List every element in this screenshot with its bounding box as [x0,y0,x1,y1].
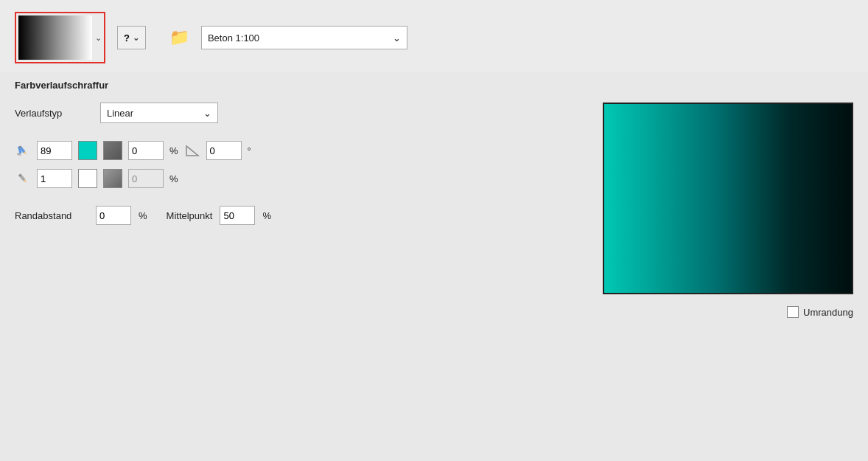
type-select[interactable]: Linear ⌄ [100,103,218,123]
stop2-opacity-input[interactable] [128,169,164,188]
stop2-opacity-unit: % [169,173,178,184]
stop1-opacity-unit: % [169,145,178,156]
stop1-position-input[interactable] [37,141,72,160]
stop-row-2: % [15,169,581,188]
mittelpunkt-label: Mittelpunkt [167,210,213,221]
question-button[interactable]: ? ⌄ [117,26,146,49]
stop2-color-swatch[interactable] [78,169,97,188]
gradient-display [603,103,853,294]
gradient-preview-wrapper[interactable]: ⌄ [15,12,105,63]
preview-chevron[interactable]: ⌄ [95,33,102,43]
stop2-position-input[interactable] [37,169,72,188]
svg-rect-3 [17,153,21,155]
umrandung-label: Umrandung [803,307,853,318]
preset-label: Beton 1:100 [208,32,259,44]
left-panel: Verlaufstyp Linear ⌄ [15,103,581,318]
angle-input[interactable] [206,141,242,160]
rand-label: Randabstand [15,210,88,221]
mittelpunkt-unit: % [262,210,271,221]
umrandung-checkbox[interactable] [787,306,799,318]
gradient-preview-box [18,15,92,60]
main-content: Farbverlaufschraffur Verlaufstyp Linear … [0,72,868,333]
question-mark-label: ? [124,32,130,44]
stop1-opacity-input[interactable] [128,141,164,160]
stop2-gray-swatch[interactable] [103,169,122,188]
preset-select[interactable]: Beton 1:100 ⌄ [201,26,407,49]
pencil-icon-2[interactable] [15,170,31,187]
section-body: Verlaufstyp Linear ⌄ [15,103,853,318]
stop1-color-swatch[interactable] [78,141,97,160]
rand-mittelpunkt-row: Randabstand % Mittelpunkt % [15,206,581,225]
rand-input[interactable] [96,206,131,225]
top-bar: ⌄ ? ⌄ 📁 Beton 1:100 ⌄ [0,0,868,72]
gradient-stops: % ° [15,141,581,188]
angle-unit: ° [248,145,251,156]
verlaufstyp-row: Verlaufstyp Linear ⌄ [15,103,581,123]
type-select-chevron: ⌄ [203,108,211,119]
rand-unit: % [139,210,147,221]
right-panel: Umrandung [603,103,853,318]
pencil-icon-1[interactable] [15,142,31,159]
folder-icon[interactable]: 📁 [169,28,189,47]
verlaufstyp-label: Verlaufstyp [15,108,88,119]
stop1-gray-swatch[interactable] [103,141,122,160]
type-select-value: Linear [107,108,133,119]
angle-icon [184,142,200,159]
stop-row-1: % ° [15,141,581,160]
section-title: Farbverlaufschraffur [15,80,853,91]
svg-marker-7 [186,146,198,156]
umrandung-row: Umrandung [787,306,853,318]
preset-chevron: ⌄ [393,32,401,44]
question-chevron: ⌄ [133,33,139,43]
mittelpunkt-input[interactable] [220,206,255,225]
